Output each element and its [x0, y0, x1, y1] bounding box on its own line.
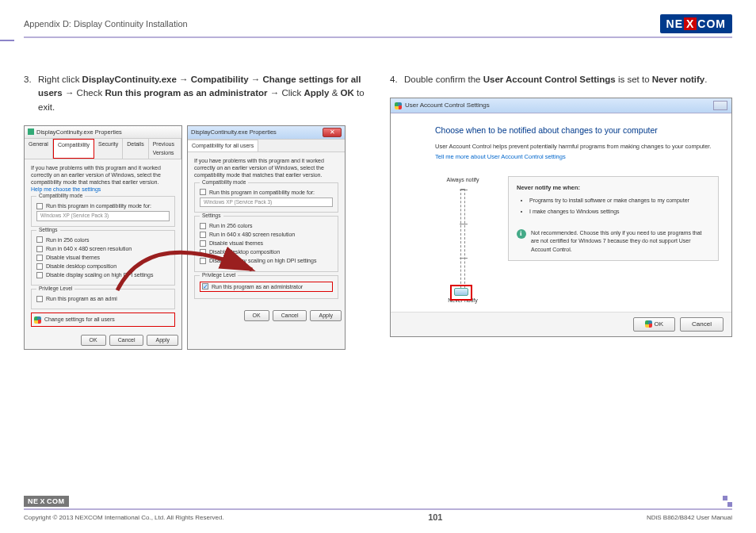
tab-compatibility[interactable]: Compatibility [53, 139, 94, 159]
minimize-icon[interactable] [713, 101, 727, 110]
chk-compat-mode[interactable] [36, 203, 43, 209]
uac-cancel-button[interactable]: Cancel [680, 317, 724, 332]
step-3-text: Right click DisplayContinuity.exe → Comp… [38, 73, 366, 114]
app-icon [28, 128, 34, 135]
apply-button-2[interactable]: Apply [310, 310, 342, 322]
ok-button-2[interactable]: OK [244, 310, 269, 322]
step-4-text: Double confirm the User Account Control … [404, 73, 707, 86]
step-4-num: 4. [390, 73, 399, 86]
chk-compat-mode-2[interactable] [200, 189, 206, 195]
chk-256[interactable] [36, 236, 43, 243]
uac-link[interactable]: Tell me more about User Account Control … [435, 152, 719, 161]
props1-tabs: General Compatibility Security Details P… [25, 139, 181, 159]
cancel-button-1[interactable]: Cancel [109, 335, 144, 347]
tab-security[interactable]: Security [94, 139, 123, 159]
copyright: Copyright © 2013 NEXCOM International Co… [24, 514, 224, 521]
step-3-num: 3. [24, 73, 33, 114]
uac-heading: Choose when to be notified about changes… [435, 125, 719, 137]
close-icon[interactable]: ✕ [323, 128, 342, 137]
tab-previous-versions[interactable]: Previous Versions [149, 139, 181, 159]
footer-deco-icon [716, 496, 732, 507]
chk-admin-1[interactable] [36, 296, 43, 302]
uac-titlebar: User Account Control Settings [391, 98, 731, 113]
shield-icon [645, 320, 652, 328]
props1-titlebar: DisplayContinuity.exe Properties [25, 126, 181, 139]
group-compat: Compatibility mode [36, 193, 85, 199]
uac-li-2: I make changes to Windows settings [529, 208, 710, 217]
props1-intro: If you have problems with this program a… [31, 164, 175, 186]
step-3: 3. Right click DisplayContinuity.exe → C… [24, 73, 366, 114]
change-settings-button[interactable]: Change settings for all users [44, 316, 115, 323]
panel-head: Never notify me when: [517, 183, 710, 192]
chk-themes[interactable] [36, 255, 43, 261]
nexcom-logo: NEXCOM [660, 14, 732, 33]
uac-subtext: User Account Control helps prevent poten… [435, 142, 719, 151]
ok-button-1[interactable]: OK [81, 335, 106, 347]
props2-titlebar: DisplayContinuity.exe Properties ✕ [188, 126, 345, 140]
uac-warning: Not recommended. Choose this only if you… [531, 229, 710, 255]
uac-li-1: Programs try to install software or make… [529, 197, 710, 205]
cancel-button-2[interactable]: Cancel [273, 310, 307, 322]
select-os-2[interactable]: Windows XP (Service Pack 3) [200, 197, 333, 207]
shield-icon [34, 316, 41, 324]
help-link[interactable]: Help me choose the settings [31, 186, 175, 193]
chk-desktop-2[interactable] [200, 249, 206, 255]
chk-admin-2[interactable] [202, 283, 208, 290]
select-os[interactable]: Windows XP (Service Pack 3) [36, 211, 170, 220]
uac-ok-button[interactable]: OK [633, 317, 676, 332]
chk-640[interactable] [36, 246, 43, 252]
chk-desktop[interactable] [36, 263, 43, 270]
page-number: 101 [428, 512, 442, 522]
appendix-title: Appendix D: Display Continuity Installat… [24, 19, 188, 29]
uac-slider[interactable] [460, 189, 465, 292]
accent-bar [0, 40, 14, 41]
shield-icon [395, 102, 402, 109]
chk-256-2[interactable] [200, 223, 206, 229]
group-settings: Settings [36, 227, 60, 233]
chk-dpi[interactable] [36, 272, 43, 278]
label-always: Always notify [447, 176, 479, 185]
manual-name: NDiS B862/B842 User Manual [647, 514, 732, 521]
apply-button-1[interactable]: Apply [147, 335, 178, 347]
tab-details[interactable]: Details [123, 139, 148, 159]
chk-640-2[interactable] [200, 232, 206, 238]
change-settings-button-row: Change settings for all users [31, 313, 175, 326]
info-icon [517, 229, 526, 239]
props2-intro: If you have problems with this program a… [194, 157, 338, 178]
group-priv: Privilege Level [36, 286, 74, 292]
tab-general[interactable]: General [25, 139, 53, 159]
step-4: 4. Double confirm the User Account Contr… [390, 73, 732, 86]
tab-compat-all[interactable]: Compatibility for all users [188, 140, 258, 152]
nexcom-logo-footer: NEXCOM [24, 496, 69, 507]
chk-dpi-2[interactable] [200, 258, 206, 264]
slider-handle[interactable] [454, 288, 468, 296]
chk-themes-2[interactable] [200, 240, 206, 247]
